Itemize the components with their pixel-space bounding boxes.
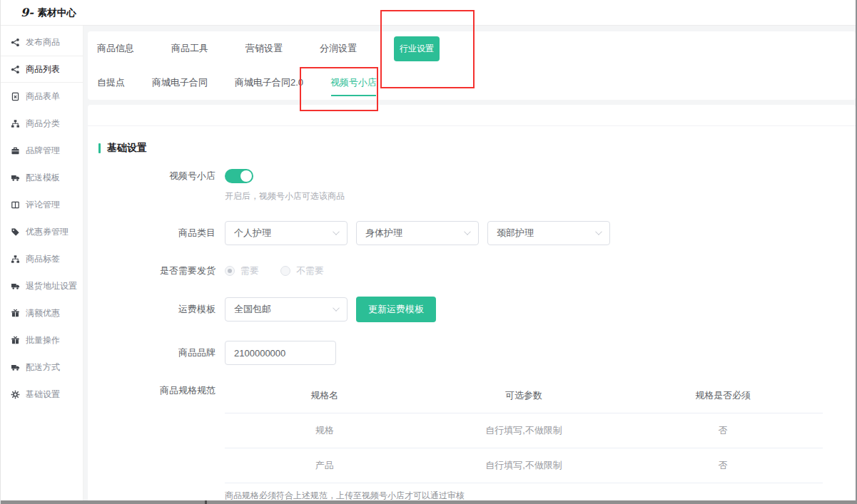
tab-goods-tools[interactable]: 商品工具	[171, 42, 208, 55]
tab-row-secondary: 自提点商城电子合同商城电子合同2.0视频号小店	[97, 66, 856, 100]
content-card: 基础设置 视频号小店 开启后，视频号小店可选该商品 商品类目 个人	[88, 105, 856, 500]
freight-select-value: 全国包邮	[234, 303, 271, 316]
sidebar-item-coupon-management[interactable]: 优惠券管理	[1, 218, 83, 245]
tab-mall-e-contract[interactable]: 商城电子合同	[152, 76, 208, 89]
spec-table-row: 产品自行填写,不做限制否	[225, 448, 823, 483]
file-icon	[11, 92, 20, 101]
spec-table: 规格名可选参数规格是否必须 规格自行填写,不做限制否产品自行填写,不做限制否	[225, 384, 823, 483]
gift-icon	[11, 336, 20, 345]
tab-video-shop[interactable]: 视频号小店	[330, 76, 377, 89]
sidebar-item-label: 商品分类	[26, 118, 60, 130]
sidebar-item-brand-management[interactable]: 品牌管理	[1, 137, 83, 164]
select-value: 个人护理	[234, 227, 271, 240]
spec-cell: 规格	[225, 413, 424, 448]
sidebar-item-label: 基础设置	[26, 389, 60, 401]
truck-icon	[11, 173, 20, 182]
tab-mall-e-contract-2[interactable]: 商城电子合同2.0	[235, 76, 303, 89]
update-freight-button[interactable]: 更新运费模板	[356, 297, 436, 322]
form-row-freight: 运费模板 全国包邮 更新运费模板	[98, 297, 841, 322]
spec-cell: 自行填写,不做限制	[424, 413, 623, 448]
radio-need-label: 需要	[240, 264, 259, 277]
gift-icon	[11, 309, 20, 318]
gear-icon	[11, 390, 20, 399]
sidebar-item-label: 品牌管理	[26, 145, 60, 157]
sidebar-item-label: 满额优惠	[26, 307, 60, 319]
sidebar-item-label: 商品标签	[26, 253, 60, 265]
need-ship-label: 是否需要发货	[98, 264, 215, 278]
tab-marketing-settings[interactable]: 营销设置	[245, 42, 283, 55]
sidebar-item-goods-tags[interactable]: 商品标签	[1, 245, 83, 272]
app-title: 素材中心	[38, 6, 76, 19]
top-header: 9- 素材中心	[1, 0, 857, 26]
sidebar-item-delivery-template[interactable]: 配送模板	[1, 164, 83, 191]
brand-input[interactable]	[225, 341, 336, 365]
spec-header-cell: 可选参数	[424, 384, 623, 413]
video-shop-toggle[interactable]	[225, 169, 253, 183]
sidebar-item-label: 配送模板	[26, 172, 60, 184]
category-select-3[interactable]: 颈部护理	[487, 221, 610, 245]
tag-icon	[11, 227, 20, 237]
sitemap-icon	[11, 119, 20, 128]
scrollbar-tick	[205, 500, 207, 504]
video-shop-label: 视频号小店	[98, 169, 215, 183]
radio-circle	[225, 266, 235, 276]
form-row-need-ship: 是否需要发货 需要 不需要	[98, 264, 841, 278]
sidebar-item-full-discount[interactable]: 满额优惠	[1, 299, 83, 326]
sidebar-item-label: 优惠券管理	[26, 226, 69, 238]
spec-table-header-row: 规格名可选参数规格是否必须	[225, 384, 823, 413]
sidebar-item-label: 批量操作	[26, 334, 60, 346]
briefcase-icon	[11, 146, 20, 155]
sidebar-item-label: 发布商品	[26, 36, 60, 48]
horizontal-scrollbar[interactable]	[1, 500, 857, 504]
radio-no-need[interactable]: 不需要	[280, 264, 324, 277]
settings-form: 视频号小店 开启后，视频号小店可选该商品 商品类目 个人护理身体护理颈部护理	[98, 169, 841, 502]
category-select-2[interactable]: 身体护理	[356, 221, 479, 245]
share-icon	[11, 38, 20, 47]
sidebar-item-batch-operation[interactable]: 批量操作	[1, 326, 83, 354]
spec-cell: 否	[624, 413, 823, 448]
brand-label: 商品品牌	[98, 341, 215, 365]
sidebar-menu: 发布商品商品列表商品表单商品分类品牌管理配送模板评论管理优惠券管理商品标签退货地…	[1, 29, 83, 408]
form-row-video-shop: 视频号小店 开启后，视频号小店可选该商品	[98, 169, 841, 202]
radio-circle	[280, 266, 290, 276]
category-selects: 个人护理身体护理颈部护理	[225, 221, 619, 245]
sidebar-item-label: 商品列表	[26, 63, 60, 76]
sidebar-item-goods-list[interactable]: 商品列表	[1, 56, 83, 83]
chevron-down-icon	[333, 228, 340, 235]
tabs-card: 商品信息商品工具营销设置分润设置行业设置 自提点商城电子合同商城电子合同2.0视…	[88, 31, 856, 100]
category-select-1[interactable]: 个人护理	[225, 221, 348, 245]
truck-icon	[11, 282, 20, 291]
sidebar-item-label: 退货地址设置	[26, 280, 77, 292]
truck-icon	[11, 363, 20, 372]
sidebar-item-basic-settings[interactable]: 基础设置	[1, 381, 83, 408]
card-header-strip	[88, 105, 856, 126]
video-shop-hint: 开启后，视频号小店可选该商品	[225, 190, 345, 202]
sidebar-item-comment-management[interactable]: 评论管理	[1, 191, 83, 218]
radio-no-need-label: 不需要	[296, 264, 324, 277]
radio-need[interactable]: 需要	[225, 264, 259, 277]
tab-profit-settings[interactable]: 分润设置	[320, 42, 357, 55]
main-area: 商品信息商品工具营销设置分润设置行业设置 自提点商城电子合同商城电子合同2.0视…	[83, 26, 856, 500]
spec-cell: 否	[624, 448, 823, 483]
section-accent-bar	[98, 143, 101, 153]
tab-goods-info[interactable]: 商品信息	[97, 42, 134, 55]
tab-pickup-point[interactable]: 自提点	[97, 76, 125, 89]
sidebar-item-goods-form[interactable]: 商品表单	[1, 83, 83, 110]
sidebar-item-delivery-method[interactable]: 配送方式	[1, 354, 83, 381]
spec-cell: 自行填写,不做限制	[424, 448, 623, 483]
sidebar-item-publish-goods[interactable]: 发布商品	[1, 29, 83, 56]
toggle-knob	[240, 170, 252, 182]
tab-industry-settings[interactable]: 行业设置	[394, 36, 440, 61]
spec-label: 商品规格规范	[98, 384, 215, 398]
section-title: 基础设置	[98, 142, 841, 155]
columns-icon	[11, 200, 20, 210]
spec-cell: 产品	[225, 448, 424, 483]
select-value: 身体护理	[365, 227, 402, 240]
sidebar-item-return-address[interactable]: 退货地址设置	[1, 272, 83, 299]
sidebar-item-goods-category[interactable]: 商品分类	[1, 110, 83, 137]
freight-select[interactable]: 全国包邮	[225, 297, 348, 322]
sidebar-item-label: 商品表单	[26, 91, 60, 103]
sitemap-icon	[11, 254, 20, 264]
category-label: 商品类目	[98, 221, 215, 245]
chevron-down-icon	[464, 228, 471, 235]
